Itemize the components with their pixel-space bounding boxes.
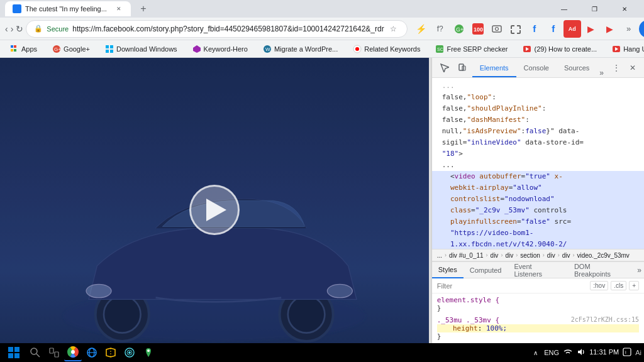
css-selector-53mu: ._53mu ._53mv { (437, 316, 499, 324)
html-line-selected: controlslist="nodownload" (432, 194, 644, 205)
search-button[interactable] (26, 344, 44, 361)
bookmark-star-icon[interactable]: ☆ (388, 23, 399, 35)
sources-tab[interactable]: Sources (557, 60, 597, 77)
svg-point-51 (128, 351, 131, 354)
devtools-settings-button[interactable]: ⋮ (609, 60, 624, 75)
bookmarks-bar: Apps G+ Google+ Download Windows Keyword… (0, 40, 644, 58)
video-play-button[interactable] (189, 185, 240, 235)
svg-text:G+: G+ (456, 26, 464, 33)
css-source-53mu[interactable]: 2cFs7l2rKZH.css:15 (571, 316, 639, 324)
breadcrumb-div2[interactable]: div (505, 252, 513, 259)
svg-rect-37 (14, 347, 19, 352)
html-line-selected: playinfullscreen="false" src= (432, 216, 644, 228)
event-listeners-tab[interactable]: Event Listeners (508, 262, 567, 278)
youtube-icon[interactable]: ▶ (582, 20, 600, 38)
nav-bar: ‹ › ↻ 🔒 Secure https://m.facebook.com/st… (0, 18, 644, 40)
ai-label[interactable]: Ai (635, 349, 641, 356)
back-button[interactable]: ‹ (5, 20, 8, 38)
svg-point-45 (71, 350, 75, 354)
maximize-button[interactable]: ❐ (580, 0, 609, 18)
svg-rect-14 (106, 50, 109, 53)
svg-rect-9 (14, 49, 16, 52)
svg-text:SC: SC (437, 47, 443, 52)
task-view-button[interactable] (45, 344, 63, 361)
translate-icon[interactable]: G+ (450, 20, 468, 38)
inspect-element-button[interactable] (437, 60, 452, 75)
svg-line-41 (36, 354, 40, 357)
extensions-icon[interactable]: ⚡ (413, 20, 430, 38)
notification-icon[interactable]: 100 (469, 20, 487, 38)
dom-breakpoints-tab[interactable]: DOM Breakpoints (568, 262, 635, 278)
breadcrumb-div1[interactable]: div (491, 252, 499, 259)
apps-bookmark-label: Apps (21, 45, 37, 53)
svg-text:100: 100 (474, 26, 483, 33)
bookmark-windows[interactable]: Download Windows (100, 42, 182, 56)
more-styles-tabs[interactable]: » (635, 266, 644, 275)
bookmark-kh[interactable]: Keyword-Hero (187, 42, 253, 56)
close-button[interactable]: ✕ (610, 0, 639, 18)
css-closing-brace2: } (437, 332, 441, 341)
breadcrumb-ellipsis[interactable]: ... (437, 252, 442, 259)
forward-button[interactable]: › (11, 20, 14, 38)
html-panel[interactable]: ... false,"loop": false,"shouldPlayInlin… (432, 78, 644, 249)
breadcrumb-div3[interactable]: div (547, 252, 555, 259)
google-plus-bm-icon: G+ (52, 45, 61, 53)
browser-tab[interactable]: The cutest "In my feeling... ✕ (5, 1, 131, 16)
tab-close-button[interactable]: ✕ (114, 4, 123, 13)
action-center-icon[interactable]: i (623, 348, 631, 358)
devtools-tabs: Elements Console Sources » (472, 58, 606, 77)
up-arrow-tray[interactable]: ∧ (530, 348, 540, 358)
bookmark-yt1[interactable]: (29) How to create... (518, 42, 602, 56)
minimize-button[interactable]: — (550, 0, 579, 18)
explorer-taskbar-button[interactable] (102, 344, 119, 361)
breadcrumb-separator: › (445, 252, 447, 258)
breadcrumb-separator: › (486, 252, 488, 258)
more-toolbar-icon[interactable]: » (620, 20, 638, 38)
lang-label[interactable]: ENG (544, 349, 559, 356)
cortana-taskbar-button[interactable] (121, 344, 138, 361)
ie-taskbar-button[interactable] (83, 344, 101, 361)
console-tab[interactable]: Console (516, 60, 557, 77)
kh-bookmark-label: Keyword-Hero (204, 45, 248, 53)
bookmark-apps[interactable]: Apps (5, 42, 42, 56)
add-style-button[interactable]: + (629, 281, 639, 290)
devtools-close-button[interactable]: ✕ (626, 62, 639, 74)
maps-taskbar-button[interactable] (140, 344, 157, 361)
breadcrumb-section[interactable]: section (520, 252, 540, 259)
filter-input[interactable] (437, 282, 588, 290)
adblock-icon[interactable]: Ad (564, 20, 581, 38)
camera-icon[interactable] (488, 20, 506, 38)
password-icon[interactable]: f? (431, 20, 449, 38)
computed-tab[interactable]: Computed (464, 262, 508, 278)
bookmark-googleplus[interactable]: G+ Google+ (47, 42, 95, 56)
bookmark-opera[interactable]: Related Keywords (348, 42, 425, 56)
screen-capture-icon[interactable] (507, 20, 525, 38)
hov-filter-button[interactable]: :hov (590, 281, 608, 290)
taskbar-clock[interactable]: 11:31 PM (589, 348, 619, 357)
facebook-icon[interactable]: f (526, 20, 543, 38)
new-tab-button[interactable]: + (136, 1, 151, 16)
breadcrumb-div-u0-11[interactable]: div #u_0_11 (449, 252, 484, 259)
breadcrumb-video[interactable]: video._2c9v_53mv (577, 252, 629, 259)
cls-filter-button[interactable]: .cls (611, 281, 626, 290)
styles-tab[interactable]: Styles (432, 262, 464, 278)
facebook2-icon[interactable]: f (545, 20, 562, 38)
youtube2-icon[interactable]: ▶ (601, 20, 619, 38)
devtools-panel: Elements Console Sources » ⋮ ✕ ... false… (431, 58, 644, 362)
profile-avatar[interactable]: P (639, 20, 644, 38)
bookmark-yt2[interactable]: Hang Ups (Want Yo... (607, 42, 644, 56)
breadcrumb-div4[interactable]: div (562, 252, 570, 259)
apps-bookmark-icon (10, 45, 19, 53)
more-tabs-button[interactable]: » (597, 69, 606, 77)
bookmark-wp[interactable]: W Migrate a WordPre... (258, 42, 343, 56)
bookmark-serp[interactable]: SC Free SERP checker (430, 42, 513, 56)
volume-icon[interactable] (577, 348, 586, 358)
address-bar[interactable]: 🔒 Secure https://m.facebook.com/story.ph… (26, 20, 407, 38)
start-button[interactable] (3, 344, 25, 361)
network-icon[interactable] (563, 349, 573, 356)
taskbar: ∧ ENG 11:31 PM i Ai (0, 343, 644, 362)
chrome-taskbar-button[interactable] (64, 344, 82, 361)
device-toolbar-button[interactable] (455, 60, 470, 75)
refresh-button[interactable]: ↻ (16, 20, 23, 38)
elements-tab[interactable]: Elements (472, 60, 516, 77)
